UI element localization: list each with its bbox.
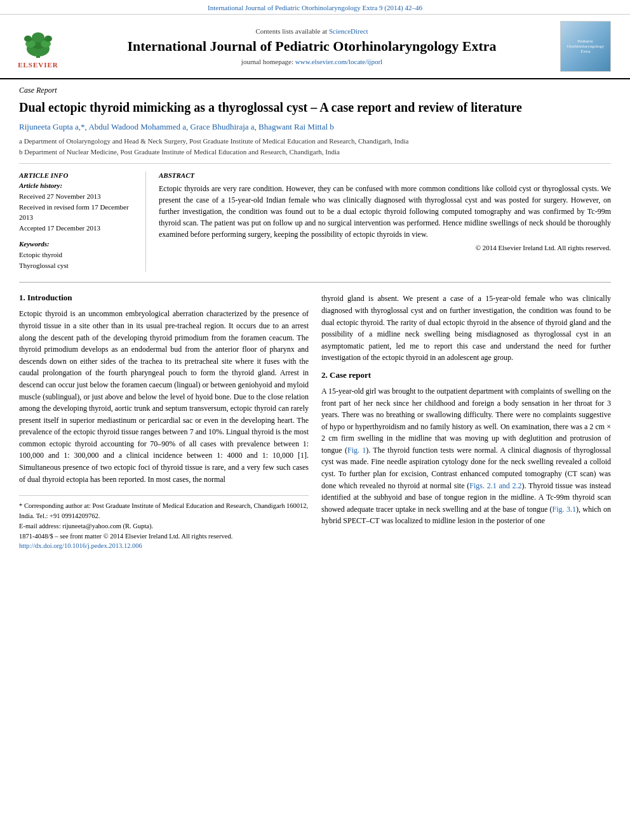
received-date: Received 27 November 2013 [19,192,136,201]
section-2-heading: 2. Case report [321,370,611,380]
affiliations: a Department of Otolaryngology and Head … [19,136,611,157]
fig2-link[interactable]: Figs. 2.1 and 2.2 [469,481,521,490]
revised-form-date: Received in revised form 17 December 201… [19,203,136,222]
keyword-2: Thyroglossal cyst [19,261,136,270]
section-1-heading: 1. Introduction [19,293,309,303]
abstract-heading: ABSTRACT [159,171,611,179]
svg-point-7 [44,36,52,42]
body-left-col: 1. Introduction Ectopic thyroid is an un… [19,293,309,551]
main-content: Case Report Dual ectopic thyroid mimicki… [0,79,630,564]
divider-after-affiliations [19,163,611,164]
article-info-column: ARTICLE INFO Article history: Received 2… [19,171,146,272]
sciencedirect-link[interactable]: ScienceDirect [329,27,368,35]
keywords-heading: Keywords: [19,240,136,248]
journal-homepage-line: journal homepage: www.elsevier.com/locat… [70,58,554,65]
journal-main-title: International Journal of Pediatric Otorh… [70,37,554,56]
article-history-heading: Article history: [19,182,136,189]
doi-link[interactable]: http://dx.doi.org/10.1016/j.pedex.2013.1… [19,542,142,549]
cover-image: PediatricOtorhinolaryngologyExtra [560,21,611,72]
contents-line: Contents lists available at ScienceDirec… [70,27,554,35]
journal-header: ELSEVIER Contents lists available at Sci… [0,15,630,79]
body-columns: 1. Introduction Ectopic thyroid is an un… [19,293,611,551]
article-info-heading: ARTICLE INFO [19,171,136,179]
cover-image-area: PediatricOtorhinolaryngologyExtra [560,21,617,72]
affiliation-a: a Department of Otolaryngology and Head … [19,136,611,147]
keywords-section: Keywords: Ectopic thyroid Thyroglossal c… [19,240,136,271]
and-text: and [104,451,114,460]
homepage-link[interactable]: www.elsevier.com/locate/ijporl [295,58,382,65]
abstract-column: ABSTRACT Ectopic thyroids are very rare … [159,171,611,272]
article-info-abstract: ARTICLE INFO Article history: Received 2… [19,169,611,272]
section-2-para: A 15-year-old girl was brought to the ou… [321,385,611,527]
journal-title-area: Contents lists available at ScienceDirec… [70,27,554,66]
elsevier-logo: ELSEVIER [13,25,64,69]
footnote-issn: 1871-4048/$ – see front matter © 2014 El… [19,531,309,542]
copyright-line: © 2014 Elsevier Ireland Ltd. All rights … [159,244,611,251]
body-right-col: thyroid gland is absent. We present a ca… [321,293,611,551]
svg-point-6 [24,36,32,42]
article-type-label: Case Report [19,86,611,95]
footnote-doi: http://dx.doi.org/10.1016/j.pedex.2013.1… [19,541,309,551]
elsevier-label: ELSEVIER [18,61,58,69]
elsevier-logo-area: ELSEVIER [13,25,64,69]
journal-citation: International Journal of Pediatric Otorh… [208,4,422,11]
section-1-para-1: Ectopic thyroid is an uncommon embryolog… [19,308,309,485]
fig1-link[interactable]: Fig. 1 [347,446,366,455]
tree-icon [19,25,57,60]
section-1-para-continued: thyroid gland is absent. We present a ca… [321,293,611,364]
affiliation-b: b Department of Nuclear Medicine, Post G… [19,147,611,157]
article-title: Dual ectopic thyroid mimicking as a thyr… [19,99,611,116]
body-divider [19,282,611,283]
footnote-corresponding-author: * Corresponding author at: Post Graduate… [19,501,309,521]
footnote-section: * Corresponding author at: Post Graduate… [19,495,309,551]
abstract-text: Ectopic thyroids are very rare condition… [159,183,611,240]
fig31-link[interactable]: Fig. 3.1 [553,505,576,514]
keyword-1: Ectopic thyroid [19,250,136,260]
footnote-email: E-mail address: rijuneeta@yahoo.com (R. … [19,521,309,531]
authors-line: Rijuneeta Gupta a,*, Abdul Wadood Mohamm… [19,122,611,132]
accepted-date: Accepted 17 December 2013 [19,223,136,233]
top-bar: International Journal of Pediatric Otorh… [0,0,630,15]
